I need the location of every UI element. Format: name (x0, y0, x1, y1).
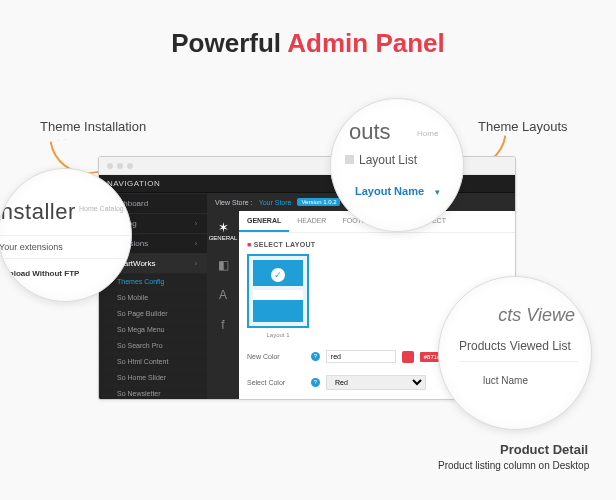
help-icon[interactable]: ? (311, 352, 320, 361)
lens1-row-extensions: Your extensions (0, 235, 131, 259)
layout-caption: Layout 1 (247, 332, 309, 338)
select-color-dropdown[interactable]: Red (326, 375, 426, 390)
sidebar-sub-so-page-builder[interactable]: So Page Builder (99, 305, 207, 321)
lens2-layout-list: Layout List (359, 153, 417, 167)
select-layout-heading: ■ SELECT LAYOUT (247, 241, 507, 248)
chevron-right-icon: › (195, 220, 197, 227)
tab-general[interactable]: GENERAL (239, 211, 289, 232)
title-part2: Admin Panel (287, 28, 444, 58)
lens2-title-fragment: outs (349, 119, 391, 145)
sidebar-sub-so-mega-menu[interactable]: So Mega Menu (99, 321, 207, 337)
traffic-light-icon (127, 163, 133, 169)
view-store-label: View Store : (215, 199, 253, 206)
list-icon (345, 155, 354, 164)
traffic-light-icon (107, 163, 113, 169)
tab-header[interactable]: HEADER (289, 211, 334, 232)
lens3-product-name: luct Name (483, 375, 528, 386)
page-title: Powerful Admin Panel (0, 0, 616, 59)
lens3-title-fragment: cts Viewe (498, 305, 575, 326)
lens-product-detail: cts Viewe Products Viewed List luct Name (438, 276, 592, 430)
sidebar-sub-so-search-pro[interactable]: So Search Pro (99, 337, 207, 353)
chevron-down-icon[interactable]: ▾ (435, 187, 440, 197)
store-name-link[interactable]: Your Store (259, 199, 292, 206)
new-color-input[interactable] (326, 350, 396, 363)
settings-icon-column: ✶ GENERAL ◧ A f (207, 211, 239, 399)
label-product-detail: Product Detail (500, 442, 588, 457)
font-icon[interactable]: A (219, 288, 227, 302)
lens-theme-layouts: outs Home Layout List Layout Name ▾ (330, 98, 464, 232)
lens1-upload-label: Upload Without FTP (3, 269, 79, 278)
sidebar-sub-so-mobile[interactable]: So Mobile (99, 289, 207, 305)
lens1-title: . Installer (0, 199, 76, 225)
title-part1: Powerful (171, 28, 287, 58)
label-theme-layouts: Theme Layouts (478, 119, 568, 134)
lens1-breadcrumb: Home Catalog (79, 205, 124, 212)
layout-thumb-1[interactable]: ✓ (247, 254, 309, 328)
select-color-label: Select Color (247, 379, 305, 386)
chevron-right-icon: › (195, 240, 197, 247)
help-icon[interactable]: ? (311, 378, 320, 387)
palette-icon[interactable]: ◧ (218, 258, 229, 272)
iconcol-general[interactable]: ✶ GENERAL (209, 221, 238, 242)
sidebar-sub-so-home-slider[interactable]: So Home Slider (99, 369, 207, 385)
sidebar-sub-so-html-content[interactable]: So Html Content (99, 353, 207, 369)
traffic-light-icon (117, 163, 123, 169)
gear-icon: ✶ (209, 221, 238, 235)
lens2-home: Home (417, 129, 438, 138)
version-badge: Version 1.0.2 (297, 198, 340, 206)
check-icon: ✓ (271, 268, 285, 282)
chevron-right-icon: › (195, 260, 197, 267)
label-product-detail-sub: Product listing column on Desktop (438, 460, 589, 471)
sidebar-sub-so-newsletter[interactable]: So Newsletter (99, 385, 207, 400)
label-theme-installation: Theme Installation (40, 119, 146, 134)
lens-theme-installation: . Installer Home Catalog Your extensions… (0, 168, 132, 302)
new-color-label: New Color (247, 353, 305, 360)
share-icon[interactable]: f (221, 318, 224, 332)
lens2-layout-name-link[interactable]: Layout Name (355, 185, 424, 197)
color-swatch[interactable] (402, 351, 414, 363)
lens3-products-viewed: Products Viewed List (459, 339, 579, 362)
